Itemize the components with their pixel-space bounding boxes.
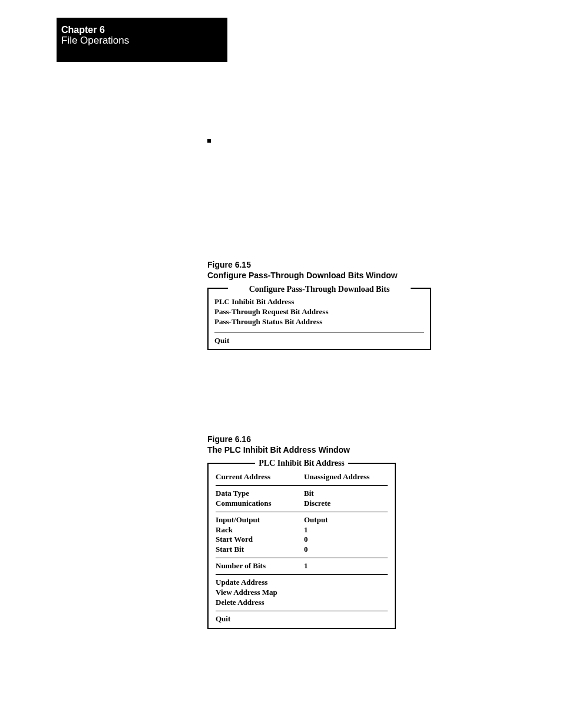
chapter-number: Chapter 6 [61, 25, 227, 35]
menu-item-passthrough-status[interactable]: Pass-Through Status Bit Address [214, 317, 424, 327]
row-data-type: Data Type Bit [216, 489, 388, 499]
divider [216, 512, 388, 512]
menu-item-delete-address[interactable]: Delete Address [216, 598, 388, 608]
menu-item-plc-inhibit[interactable]: PLC Inhibit Bit Address [214, 297, 424, 307]
label-start-word: Start Word [216, 535, 304, 545]
plc-inhibit-window: PLC Inhibit Bit Address Current Address … [207, 463, 396, 629]
label-number-of-bits: Number of Bits [216, 561, 304, 571]
divider [216, 558, 388, 558]
figure-title: The PLC Inhibit Bit Address Window [207, 444, 350, 455]
bullet-icon [207, 139, 211, 143]
label-communications: Communications [216, 499, 304, 509]
row-input-output: Input/Output Output [216, 515, 388, 525]
chapter-title: File Operations [61, 35, 227, 47]
value-number-of-bits: 1 [304, 561, 308, 571]
row-current-address: Current Address Unassigned Address [216, 472, 388, 482]
divider [216, 574, 388, 575]
divider [216, 611, 388, 611]
figure-number: Figure 6.15 [207, 259, 398, 270]
label-view-address-map: View Address Map [216, 588, 304, 598]
figure-title: Configure Pass-Through Download Bits Win… [207, 270, 398, 281]
value-rack: 1 [304, 525, 308, 535]
label-start-bit: Start Bit [216, 545, 304, 555]
window-titlebar: Configure Pass-Through Download Bits [209, 284, 430, 294]
menu-item-quit[interactable]: Quit [216, 614, 388, 624]
window-titlebar: PLC Inhibit Bit Address [209, 459, 395, 468]
value-data-type: Bit [304, 489, 314, 499]
label-delete-address: Delete Address [216, 598, 304, 608]
menu-item-update-address[interactable]: Update Address [216, 578, 388, 588]
value-start-bit: 0 [304, 545, 308, 555]
menu-item-view-address-map[interactable]: View Address Map [216, 588, 388, 598]
label-current-address: Current Address [216, 472, 304, 482]
menu-item-quit[interactable]: Quit [214, 336, 424, 345]
divider [214, 332, 424, 332]
row-number-of-bits: Number of Bits 1 [216, 561, 388, 571]
window-title: Configure Pass-Through Download Bits [228, 285, 411, 294]
value-input-output: Output [304, 515, 328, 525]
menu-item-passthrough-request[interactable]: Pass-Through Request Bit Address [214, 307, 424, 317]
figure-number: Figure 6.16 [207, 434, 350, 444]
value-current-address: Unassigned Address [304, 472, 369, 482]
row-communications: Communications Discrete [216, 499, 388, 509]
label-input-output: Input/Output [216, 515, 304, 525]
figure-616-caption: Figure 6.16 The PLC Inhibit Bit Address … [207, 434, 350, 455]
label-update-address: Update Address [216, 578, 304, 588]
divider [216, 485, 388, 486]
window-title: PLC Inhibit Bit Address [255, 459, 348, 468]
figure-615-caption: Figure 6.15 Configure Pass-Through Downl… [207, 259, 398, 281]
label-rack: Rack [216, 525, 304, 535]
label-quit: Quit [216, 614, 304, 624]
row-start-bit: Start Bit 0 [216, 545, 388, 555]
configure-passthrough-window: Configure Pass-Through Download Bits PLC… [207, 288, 431, 350]
row-rack: Rack 1 [216, 525, 388, 535]
value-start-word: 0 [304, 535, 308, 545]
window-menu: PLC Inhibit Bit Address Pass-Through Req… [214, 297, 424, 327]
label-data-type: Data Type [216, 489, 304, 499]
chapter-header: Chapter 6 File Operations [57, 18, 227, 62]
value-communications: Discrete [304, 499, 330, 509]
row-start-word: Start Word 0 [216, 535, 388, 545]
